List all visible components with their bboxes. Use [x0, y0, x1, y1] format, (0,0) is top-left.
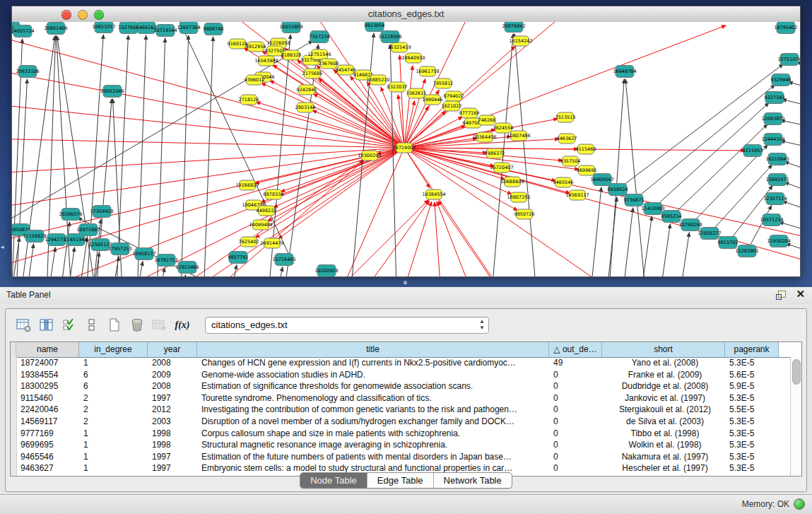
vertical-scrollbar[interactable] — [790, 357, 801, 476]
cell-in_degree[interactable]: 6 — [79, 380, 148, 392]
graph-node[interactable]: 20876842 — [502, 22, 525, 33]
column-header-in_degree[interactable]: in_degree — [79, 342, 148, 357]
cell-short[interactable]: Jankovic et al. (1997) — [602, 392, 725, 404]
graph-node[interactable]: 12444154 — [761, 134, 784, 146]
table-row[interactable]: 1938455462009Genome-wide association stu… — [11, 369, 791, 381]
graph-node[interactable]: 8813054 — [365, 22, 385, 32]
citation-network-graph[interactable]: 1872400791601248912954152260589327503165… — [12, 22, 800, 276]
graph-node[interactable]: 8186328 — [281, 50, 302, 60]
cell-out_degree[interactable]: 0 — [549, 404, 602, 416]
float-window-icon[interactable] — [776, 290, 786, 299]
panel-collapse-arrow-icon[interactable]: ◂ — [1, 243, 4, 250]
cell-name[interactable]: 9465546 — [16, 451, 79, 463]
cell-name[interactable]: 14569117 — [16, 416, 79, 428]
table-row[interactable]: 969969511998Structural magnetic resonanc… — [11, 439, 791, 451]
graph-node[interactable]: 15692971 — [765, 174, 789, 186]
graph-node[interactable]: 9357504 — [560, 156, 581, 166]
cell-out_degree[interactable]: 0 — [549, 380, 602, 392]
split-pane-grip[interactable] — [404, 281, 407, 284]
graph-node[interactable]: 17359928 — [90, 206, 113, 218]
graph-node[interactable]: 9699695 — [577, 165, 597, 175]
graph-node[interactable]: 9227343 — [765, 92, 785, 104]
graph-node[interactable]: 11156829 — [23, 230, 46, 243]
cell-pagerank[interactable]: 5.3E-5 — [725, 439, 779, 451]
graph-node[interactable]: 10790298 — [678, 219, 702, 231]
cell-title[interactable]: Tourette syndrome. Phenomenology and cla… — [197, 392, 549, 404]
graph-node[interactable]: 9806740 — [204, 23, 224, 35]
graph-node[interactable]: 19384554 — [422, 189, 445, 199]
graph-node[interactable]: 20206576 — [59, 209, 82, 221]
tab-node-table[interactable]: Node Table — [300, 473, 367, 488]
function-builder-icon[interactable]: f(x) — [172, 316, 192, 334]
table-row[interactable]: 911546021997Tourette syndrome. Phenomeno… — [11, 392, 791, 404]
memory-status-indicator[interactable] — [794, 498, 805, 510]
cell-name[interactable]: 19384554 — [16, 369, 79, 381]
cell-pagerank[interactable]: 5.6E-5 — [725, 369, 779, 381]
graph-node[interactable]: 20691406 — [44, 23, 67, 35]
graph-node[interactable]: 8322037 — [387, 82, 408, 92]
graph-node[interactable]: 9396012 — [245, 75, 265, 85]
graph-node[interactable]: 16033809 — [279, 22, 302, 33]
cell-out_degree[interactable]: 0 — [549, 416, 602, 428]
cell-title[interactable]: Estimation of significance thresholds fo… — [197, 380, 549, 392]
table-row[interactable]: 2242004622012Investigating the contribut… — [11, 404, 791, 416]
graph-node[interactable]: 10200928 — [314, 265, 338, 277]
cell-in_degree[interactable]: 2 — [79, 404, 148, 416]
graph-node[interactable]: 16543982 — [254, 56, 278, 66]
cell-year[interactable]: 2009 — [148, 369, 197, 381]
cell-in_degree[interactable]: 1 — [79, 357, 148, 369]
graph-node[interactable]: 15716485 — [272, 254, 295, 266]
scrollbar-thumb[interactable] — [792, 359, 801, 385]
graph-node[interactable]: 9115460 — [576, 144, 596, 154]
graph-node[interactable]: 8912954 — [246, 42, 266, 52]
graph-node[interactable]: 4498222 — [257, 206, 277, 216]
cell-in_degree[interactable]: 1 — [79, 451, 148, 463]
cell-year[interactable]: 2012 — [148, 404, 197, 416]
graph-node[interactable]: 9736871 — [624, 194, 645, 206]
graph-node[interactable]: 7955812 — [433, 78, 454, 88]
cell-title[interactable]: Estimation of the future numbers of pati… — [197, 451, 549, 463]
graph-node[interactable]: 1990446 — [423, 95, 443, 105]
graph-node[interactable]: 11410983 — [641, 203, 664, 215]
graph-node[interactable]: 6794022 — [444, 91, 464, 101]
cell-pagerank[interactable]: 5.3E-5 — [725, 392, 779, 404]
cell-pagerank[interactable]: 5.3E-5 — [725, 428, 779, 440]
graph-node[interactable]: 15218506 — [378, 31, 401, 43]
cell-year[interactable]: 2008 — [148, 380, 197, 392]
graph-node[interactable]: 8938924 — [608, 184, 628, 196]
cell-year[interactable]: 2008 — [148, 357, 197, 369]
graph-node[interactable]: 1621022 — [442, 101, 462, 111]
graph-node[interactable]: 14099489 — [249, 220, 272, 230]
graph-node[interactable]: 20053346 — [100, 86, 124, 98]
graph-node[interactable]: 16914479 — [260, 238, 283, 248]
cell-title[interactable]: Genome-wide association studies in ADHD. — [197, 369, 549, 381]
cell-title[interactable]: Investigating the contribution of common… — [197, 404, 549, 416]
cell-in_degree[interactable]: 1 — [79, 439, 148, 451]
graph-node[interactable]: 10958137 — [132, 248, 155, 260]
cell-pagerank[interactable]: 5.3E-5 — [725, 451, 779, 463]
graph-node[interactable]: 7513513 — [555, 112, 576, 122]
cell-in_degree[interactable]: 6 — [79, 369, 148, 381]
graph-node[interactable]: 10653257 — [92, 22, 115, 33]
cell-year[interactable]: 1998 — [148, 439, 197, 451]
cell-year[interactable]: 1997 — [148, 392, 197, 404]
cell-out_degree[interactable]: 0 — [549, 451, 602, 463]
graph-node[interactable]: 3624554 — [493, 123, 514, 133]
graph-node[interactable]: 10571234 — [760, 214, 783, 226]
network-canvas[interactable]: 1872400791601248912954152260589327503165… — [12, 22, 800, 276]
cell-short[interactable]: Wolkin et al. (1998) — [602, 439, 725, 451]
graph-node[interactable]: 12058277 — [698, 228, 721, 240]
cell-pagerank[interactable]: 5.3E-5 — [725, 357, 779, 369]
graph-node[interactable]: 20633106 — [16, 66, 39, 78]
graph-node[interactable]: 8878334 — [264, 189, 284, 199]
graph-node[interactable]: 2718126 — [239, 95, 259, 105]
graph-node[interactable]: 9160124 — [228, 39, 248, 49]
table-row[interactable]: 977716911998Corpus callosum shape and si… — [11, 428, 791, 440]
graph-node[interactable]: 12657304 — [177, 22, 200, 34]
cell-year[interactable]: 2003 — [148, 416, 197, 428]
cell-name[interactable]: 22420046 — [16, 404, 79, 416]
graph-node[interactable]: 20364456 — [473, 132, 496, 142]
column-header-out_degree[interactable]: △ out_de… — [549, 342, 602, 357]
cell-short[interactable]: Tibbo et al. (1998) — [602, 428, 725, 440]
graph-node[interactable]: 8595214 — [661, 211, 682, 223]
